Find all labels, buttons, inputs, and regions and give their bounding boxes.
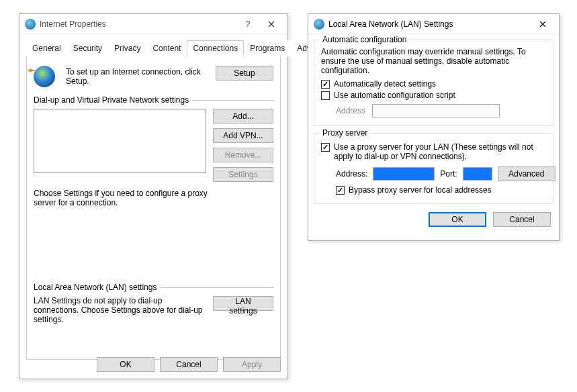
window-title: Internet Properties bbox=[40, 19, 106, 29]
group-legend: Proxy server bbox=[320, 128, 370, 138]
choose-settings-note: Choose Settings if you need to configure… bbox=[34, 189, 222, 207]
globe-icon bbox=[25, 19, 36, 30]
tab-strip: General Security Privacy Content Connect… bbox=[26, 40, 281, 56]
label-proxy-port: Port: bbox=[440, 169, 457, 179]
add-button[interactable]: Add... bbox=[213, 109, 273, 124]
tab-general[interactable]: General bbox=[26, 40, 67, 56]
checkbox-bypass-local[interactable] bbox=[336, 186, 345, 195]
setup-button[interactable]: Setup bbox=[216, 66, 273, 81]
close-button[interactable] bbox=[258, 15, 285, 34]
group-lan-label: Local Area Network (LAN) settings bbox=[34, 283, 157, 292]
tab-connections[interactable]: Connections bbox=[187, 40, 244, 56]
tab-security[interactable]: Security bbox=[67, 40, 108, 56]
label-use-script: Use automatic configuration script bbox=[334, 91, 455, 100]
window-title: Local Area Network (LAN) Settings bbox=[328, 19, 453, 29]
cancel-button[interactable]: Cancel bbox=[493, 212, 551, 227]
lan-settings-button[interactable]: LAN settings bbox=[213, 296, 273, 311]
tab-programs[interactable]: Programs bbox=[244, 40, 291, 56]
close-button[interactable] bbox=[529, 15, 556, 34]
cancel-button[interactable]: Cancel bbox=[160, 357, 218, 372]
proxy-port-input[interactable] bbox=[463, 167, 492, 181]
tab-privacy[interactable]: Privacy bbox=[108, 40, 146, 56]
setup-description: To set up an Internet connection, click … bbox=[66, 66, 205, 86]
lan-settings-dialog: Local Area Network (LAN) Settings Automa… bbox=[308, 13, 560, 241]
apply-button: Apply bbox=[223, 357, 281, 372]
tab-panel-connections: To set up an Internet connection, click … bbox=[26, 56, 281, 360]
auto-config-description: Automatic configuration may override man… bbox=[321, 47, 546, 75]
checkbox-use-script[interactable] bbox=[321, 91, 330, 100]
ok-button[interactable]: OK bbox=[97, 357, 154, 372]
group-automatic-config: Automatic configuration Automatic config… bbox=[314, 40, 553, 126]
add-vpn-button[interactable]: Add VPN... bbox=[213, 128, 273, 143]
label-proxy-address: Address: bbox=[336, 169, 367, 179]
help-button[interactable]: ? bbox=[238, 15, 258, 34]
connections-listbox[interactable] bbox=[34, 109, 206, 173]
divider bbox=[193, 100, 273, 101]
remove-button: Remove... bbox=[213, 148, 273, 162]
group-legend: Automatic configuration bbox=[320, 35, 409, 44]
group-proxy-server: Proxy server Use a proxy server for your… bbox=[314, 133, 553, 204]
label-auto-detect: Automatically detect settings bbox=[334, 79, 436, 89]
label-use-proxy: Use a proxy server for your LAN (These s… bbox=[334, 142, 546, 161]
titlebar: Internet Properties ? bbox=[19, 14, 287, 34]
tab-content[interactable]: Content bbox=[146, 40, 187, 56]
close-icon bbox=[539, 21, 546, 28]
checkbox-auto-detect[interactable] bbox=[321, 80, 330, 89]
internet-properties-dialog: Internet Properties ? General Security P… bbox=[19, 13, 288, 379]
dialog-content: General Security Privacy Content Connect… bbox=[19, 34, 287, 366]
lan-description: LAN Settings do not apply to dial-up con… bbox=[34, 296, 206, 324]
checkbox-use-proxy[interactable] bbox=[321, 143, 330, 152]
settings-button: Settings bbox=[213, 167, 273, 182]
divider bbox=[161, 287, 273, 288]
ok-button[interactable]: OK bbox=[429, 212, 486, 227]
titlebar: Local Area Network (LAN) Settings bbox=[308, 14, 559, 34]
label-script-address: Address bbox=[336, 106, 365, 115]
connection-globe-icon bbox=[34, 66, 55, 87]
label-bypass-local: Bypass proxy server for local addresses bbox=[349, 185, 492, 195]
advanced-button[interactable]: Advanced bbox=[498, 166, 556, 181]
script-address-input bbox=[372, 104, 500, 117]
close-icon bbox=[268, 21, 275, 28]
proxy-address-input[interactable] bbox=[373, 167, 435, 181]
group-dialup-label: Dial-up and Virtual Private Network sett… bbox=[34, 95, 189, 105]
globe-icon bbox=[314, 19, 324, 30]
